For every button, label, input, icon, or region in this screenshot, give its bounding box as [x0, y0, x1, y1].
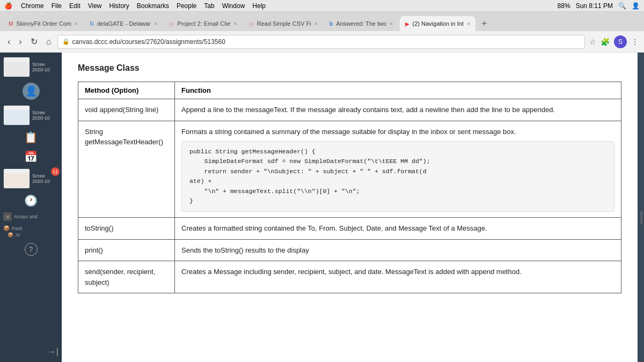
tab-close-project2[interactable]: × — [233, 20, 237, 27]
menu-people[interactable]: People — [177, 2, 196, 10]
menu-items: Chrome File Edit View History Bookmarks … — [21, 2, 266, 10]
package-row: 📦 Pack — [3, 225, 58, 231]
tab-icon-answered: b — [330, 21, 333, 27]
sidebar-user-icon-row[interactable]: 👤 — [0, 79, 62, 103]
method-append: void append(String line) — [78, 99, 175, 121]
extensions-button[interactable]: 🧩 — [601, 38, 610, 46]
url-text: canvas.dccc.edu/courses/27620/assignment… — [72, 38, 225, 46]
tab-skinnyfit[interactable]: M SkinnyFit Order Com × — [3, 16, 83, 31]
menu-window[interactable]: Window — [222, 2, 245, 10]
tab-close-answered[interactable]: × — [390, 20, 393, 27]
battery-status: 88% — [558, 2, 570, 10]
sidebar-item-2[interactable]: Scree2020-10 — [0, 103, 62, 128]
tab-icon-project2: ◎ — [169, 21, 174, 27]
tab-label-navigation: (2) Navigation in Int — [413, 20, 464, 27]
help-icon: ? — [25, 243, 38, 256]
sidebar-label-2: Scree2020-10 — [32, 110, 58, 121]
mac-menubar: 🍎 Chrome File Edit View History Bookmark… — [0, 0, 644, 12]
tab-readcsv[interactable]: ◎ Read Simple CSV Fi × — [244, 16, 323, 31]
table-row-tostring: toString() Creates a formatted string co… — [78, 218, 621, 240]
sidebar-thumbnail-1 — [3, 57, 30, 77]
address-bar[interactable]: 🔒 canvas.dccc.edu/courses/27620/assignme… — [57, 35, 585, 49]
menu-file[interactable]: File — [52, 2, 62, 10]
search-icon[interactable]: 🔍 — [618, 2, 626, 10]
function-append: Append a line to the messageText. If the… — [175, 99, 621, 121]
sidebar-clock-row[interactable]: 🕐 — [0, 191, 62, 210]
menu-chrome[interactable]: Chrome — [21, 2, 44, 10]
nav-right-icons: ☆ 🧩 S ⋮ — [589, 35, 639, 48]
tab-bar: M SkinnyFit Order Com × N delaGATE - Del… — [0, 12, 644, 31]
right-sidebar-label: Maven — [639, 211, 644, 224]
tab-delagate[interactable]: N delaGATE - Delawar × — [84, 16, 163, 31]
tab-label-answered: Answered: The two — [336, 20, 386, 27]
table-row-append: void append(String line) Append a line t… — [78, 99, 621, 121]
grid-icon: ⊞ — [6, 215, 10, 219]
arrays-label: Arrays and — [14, 214, 38, 219]
user-icon[interactable]: 👤 — [632, 2, 640, 10]
sidebar-item-3[interactable]: Scree2020-10 11 — [0, 166, 62, 191]
tab-icon-readcsv: ◎ — [249, 21, 254, 27]
subpackage-row: 📦 Ar — [3, 232, 58, 238]
function-send: Creates a Message including sender, reci… — [175, 261, 621, 293]
sidebar-thumbnail-2 — [3, 105, 30, 125]
menu-history[interactable]: History — [109, 2, 129, 10]
sidebar-clipboard-row[interactable]: 📋 — [0, 128, 62, 147]
package-item[interactable]: 📦 Pack 📦 Ar — [0, 223, 62, 240]
sidebar-label-1: Scree2020-10 — [32, 62, 58, 72]
sidebar: Scree2020-10 👤 Scree2020-10 📋 — [0, 53, 62, 362]
method-print: print() — [78, 239, 175, 261]
forward-button[interactable]: › — [17, 36, 24, 48]
sidebar-bottom: →| — [0, 344, 62, 360]
tab-label-skinnyfit: SkinnyFit Order Com — [16, 20, 71, 27]
menu-help[interactable]: Help — [252, 2, 266, 10]
clock-icon: 🕐 — [24, 194, 38, 207]
arrays-item[interactable]: ⊞ Arrays and — [0, 210, 62, 223]
tab-project2[interactable]: ◎ Project 2: Email Clie × — [164, 16, 242, 31]
profile-button[interactable]: S — [614, 35, 627, 48]
tab-answered[interactable]: b Answered: The two × — [324, 16, 399, 31]
tab-label-readcsv: Read Simple CSV Fi — [257, 20, 311, 27]
user-avatar-icon: 👤 — [23, 83, 40, 100]
page-title: Message Class — [78, 63, 621, 73]
tab-icon-skinnyfit: M — [9, 21, 13, 27]
tab-label-project2: Project 2: Email Clie — [177, 20, 230, 27]
back-button[interactable]: ‹ — [5, 36, 12, 48]
subpackage-icon: 📦 — [8, 232, 13, 238]
menu-button[interactable]: ⋮ — [631, 38, 639, 46]
lock-icon: 🔒 — [62, 38, 70, 45]
sidebar-collapse-button[interactable]: →| — [48, 347, 58, 357]
tab-close-navigation[interactable]: × — [467, 20, 470, 27]
browser-window: M SkinnyFit Order Com × N delaGATE - Del… — [0, 12, 644, 362]
method-table: Method (Option) Function void append(Str… — [78, 82, 621, 293]
tab-icon-navigation: ▶ — [405, 21, 409, 27]
sidebar-thumbnail-3 — [3, 168, 30, 189]
menu-edit[interactable]: Edit — [69, 2, 80, 10]
bookmark-star-button[interactable]: ☆ — [589, 38, 596, 46]
reload-button[interactable]: ↻ — [28, 35, 40, 48]
menu-bookmarks[interactable]: Bookmarks — [137, 2, 169, 10]
nav-bar: ‹ › ↻ ⌂ 🔒 canvas.dccc.edu/courses/27620/… — [0, 31, 644, 53]
menubar-right: 88% Sun 8:11 PM 🔍 👤 — [558, 2, 640, 10]
right-sidebar[interactable]: Maven — [638, 53, 644, 362]
tab-close-readcsv[interactable]: × — [314, 20, 318, 27]
sidebar-calendar-row[interactable]: 📅 — [0, 147, 62, 166]
method-getheader: String getMessageTextHeader() — [78, 121, 175, 218]
tab-close-skinnyfit[interactable]: × — [75, 20, 78, 27]
subpackage-label: Ar — [16, 232, 20, 238]
tab-label-delagate: delaGATE - Delawar — [97, 20, 151, 27]
table-row-print: print() Sends the toString() results to … — [78, 239, 621, 261]
menu-view[interactable]: View — [88, 2, 102, 10]
apple-menu[interactable]: 🍎 — [4, 2, 12, 10]
tab-close-delagate[interactable]: × — [154, 20, 157, 27]
sidebar-help-row[interactable]: ? — [0, 240, 62, 259]
tab-navigation[interactable]: ▶ (2) Navigation in Int × — [400, 16, 476, 31]
menu-tab[interactable]: Tab — [204, 2, 214, 10]
page-content: Message Class Method (Option) Function v… — [62, 53, 638, 362]
new-tab-button[interactable]: + — [477, 16, 492, 31]
clock: Sun 8:11 PM — [576, 2, 613, 10]
home-button[interactable]: ⌂ — [44, 36, 54, 48]
package-label: Pack — [12, 226, 23, 231]
calendar-icon: 📅 — [24, 150, 38, 163]
sidebar-item-1[interactable]: Scree2020-10 — [0, 55, 62, 79]
table-row-getheader: String getMessageTextHeader() Formats a … — [78, 121, 621, 218]
